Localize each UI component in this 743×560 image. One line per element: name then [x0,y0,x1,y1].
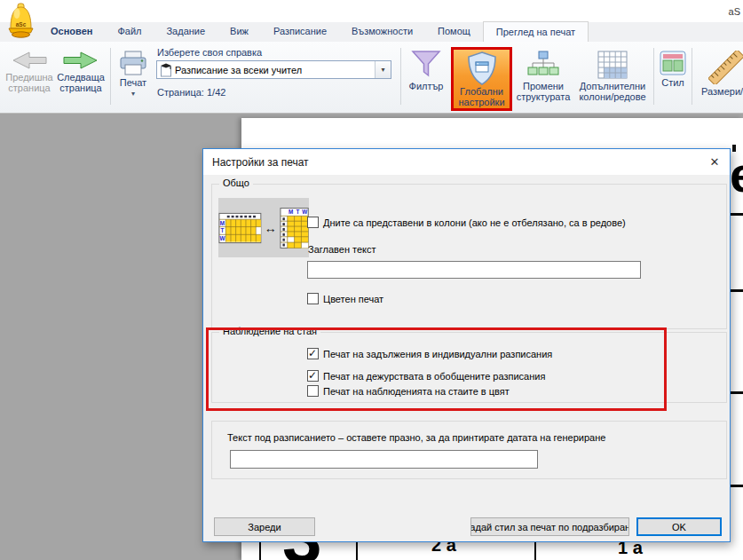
filter-label: Филтър [404,81,448,91]
dialog-title-bar[interactable]: Настройки за печат ✕ [203,149,730,175]
style-button[interactable]: Стил [656,45,690,88]
global-settings-button[interactable]: Глобални настройки [451,47,512,111]
tab-timetable[interactable]: Разписание [261,22,339,42]
app-logo-bell-icon: aSc [6,3,36,39]
ribbon-toolbar: Предишна страница Следваща страница Печа… [0,42,743,114]
sizes-button[interactable]: Размери/ш [694,45,743,97]
report-select[interactable]: Разписание за всеки учител ▾ [156,60,391,79]
close-icon: ✕ [710,155,720,169]
arrow-left-icon [12,51,47,70]
dialog-title: Настройки за печат [212,156,309,169]
general-group-label: Общо [219,177,253,188]
change-structure-label: Промени структурата [515,81,572,102]
swap-arrow-icon: ↔ [265,221,277,235]
toolbar-separator [653,48,654,105]
previous-page-button[interactable]: Предишна страница [4,45,55,93]
days-in-columns-label: Дните са представени в колони (ако не е … [323,217,626,228]
option-label: Печат на задължения в индивидуални разпи… [323,349,552,359]
filter-funnel-icon [411,51,441,79]
toolbar-separator [110,48,111,105]
style-label: Стил [656,77,690,88]
orientation-preview-panel: M T W ↔ M T W [218,198,309,257]
report-selected-value: Разписание за всеки учител [175,65,375,75]
checkbox-box[interactable] [307,217,319,228]
app-window: aS aSc Основен Файл Задание Виж Разписан… [0,0,743,560]
report-doc-icon [160,63,172,77]
ruler-icon [708,51,743,84]
tab-print-preview[interactable]: Преглед на печат [483,21,589,42]
color-print-label: Цветен печат [323,294,383,304]
set-default-style-button[interactable]: Задай стил за печат по подразбиране [470,517,629,536]
load-button[interactable]: Зареди [214,517,315,536]
svg-text:M: M [289,209,293,215]
extra-columns-rows-label: Допълнителни колони/редове [573,81,652,102]
change-structure-button[interactable]: Промени структурата [515,45,572,102]
page-fragment-letter: е [730,146,743,203]
sizes-label: Размери/ш [694,86,743,97]
print-button[interactable]: Печат ▾ [114,45,153,99]
report-picker-label: Изберете своя справка [157,47,262,58]
ok-button[interactable]: OK [636,517,722,536]
printer-icon [119,51,147,75]
header-text-label: Заглавен текст [308,244,376,255]
svg-text:M: M [220,219,225,225]
print-duties-summary-checkbox[interactable]: Печат на дежурствата в обобщените разпис… [307,370,545,382]
window-title: aS [729,6,740,17]
print-settings-dialog: Настройки за печат ✕ Общо M T W ↔ [202,148,731,542]
ribbon-tab-bar: Основен Файл Задание Виж Разписание Възм… [0,22,743,42]
next-page-label: Следваща страница [55,72,107,93]
days-in-columns-icon: M T W [280,207,309,249]
color-print-checkbox[interactable]: Цветен печат [307,293,383,304]
toolbar-separator [692,48,692,105]
tab-file[interactable]: Файл [105,22,154,42]
room-supervision-group-label: Наблюдение на стая [219,326,320,336]
print-dropdown-caret-icon[interactable]: ▾ [114,89,153,99]
tab-main[interactable]: Основен [38,22,105,42]
filter-button[interactable]: Филтър [404,45,448,91]
footer-text-input[interactable] [230,450,538,469]
shield-settings-icon [465,51,499,86]
svg-text:aSc: aSc [16,21,27,28]
close-button[interactable]: ✕ [700,149,730,175]
option-label: Печат на наблюденията на стаите в цвят [323,386,510,397]
svg-text:T: T [296,209,299,215]
print-label: Печат [114,77,153,88]
org-structure-icon [526,51,561,79]
table-grid-icon [597,51,628,79]
tab-view[interactable]: Виж [217,22,261,42]
option-label: Печат на дежурствата в обобщените разпис… [323,371,545,382]
footer-text-label: Текст под разписанието – оставете празно… [227,432,605,443]
report-dropdown-button[interactable]: ▾ [375,61,391,78]
svg-text:W: W [219,235,225,241]
checkbox-box[interactable] [307,385,319,397]
svg-text:T: T [220,227,224,233]
page-indicator: Страница: 1/42 [157,87,225,98]
checkbox-box[interactable] [307,370,319,382]
window-title-strip: aS [0,0,743,22]
extra-columns-rows-button[interactable]: Допълнителни колони/редове [573,45,652,102]
global-settings-label: Глобални настройки [454,86,510,107]
print-room-supervision-color-checkbox[interactable]: Печат на наблюденията на стаите в цвят [307,385,510,397]
next-page-button[interactable]: Следваща страница [55,45,107,93]
checkbox-box[interactable] [307,293,319,304]
header-text-input[interactable] [307,261,641,279]
days-in-columns-checkbox[interactable]: Дните са представени в колони (ако не е … [307,217,626,228]
tab-assignment[interactable]: Задание [154,22,217,42]
svg-text:W: W [302,209,307,215]
tab-options[interactable]: Възможности [339,22,425,42]
print-duties-individual-checkbox[interactable]: Печат на задължения в индивидуални разпи… [307,348,552,359]
dropdown-caret-icon: ▾ [381,66,384,74]
days-in-rows-icon: M T W [218,210,262,246]
checkbox-box[interactable] [307,348,319,359]
style-layout-icon [660,51,686,75]
previous-page-label: Предишна страница [4,72,55,93]
toolbar-separator [400,48,401,105]
arrow-right-icon [63,51,99,70]
tab-help[interactable]: Помощ [425,22,483,42]
